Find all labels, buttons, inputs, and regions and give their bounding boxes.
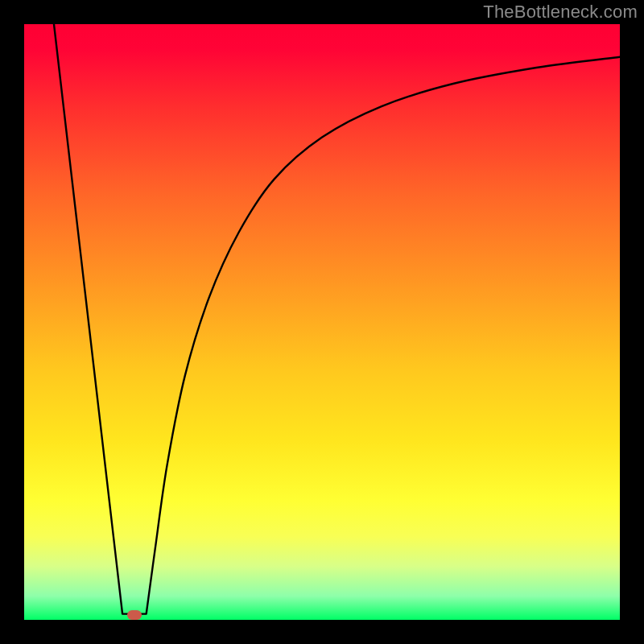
watermark-text: TheBottleneck.com (483, 2, 638, 23)
optimal-point-marker (127, 610, 142, 620)
bottleneck-curve (24, 24, 620, 620)
plot-area (24, 24, 620, 620)
chart-frame: TheBottleneck.com (0, 0, 644, 644)
